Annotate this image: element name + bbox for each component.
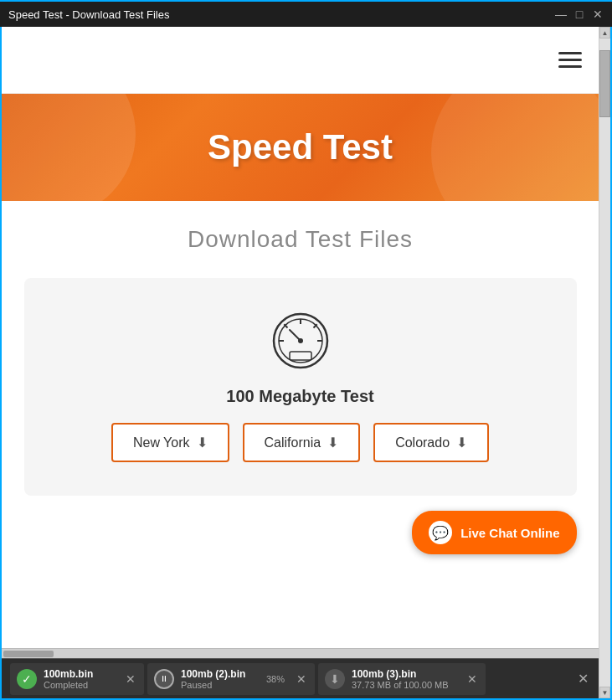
colorado-download-icon: ⬇ [456,435,467,450]
download-status-3: 37.73 MB of 100.00 MB [352,680,459,690]
download-buttons: New York ⬇ California ⬇ Colorado ⬇ [111,423,489,462]
page-content: Speed Test Download Test Files [2,27,599,658]
close-button[interactable]: ✕ [592,8,604,20]
hamburger-line-3 [558,65,582,68]
scrollbar-down-arrow[interactable]: ▼ [599,687,610,698]
download-close-1[interactable]: ✕ [124,671,137,687]
speedometer-icon [271,311,330,370]
download-filename-2: 100mb (2).bin [181,668,260,680]
hero-title: Speed Test [18,127,582,167]
completed-icon: ✓ [17,669,37,689]
paused-icon: ⏸ [154,669,174,689]
download-status-1: Completed [44,680,117,690]
hamburger-line-1 [558,52,582,54]
california-download-icon: ⬇ [327,435,338,450]
download-close-3[interactable]: ✕ [465,671,479,687]
section-title: Download Test Files [188,226,413,253]
downloading-icon: ⬇ [325,669,345,689]
page-wrapper: Speed Test Download Test Files [2,27,599,698]
window-controls: — □ ✕ [555,8,604,20]
hamburger-line-2 [558,59,582,61]
download-item-1-info: 100mb.bin Completed [44,668,117,690]
scrollbar-track[interactable]: ▲ ▼ [599,27,610,698]
horizontal-scrollbar[interactable] [2,648,599,658]
hero-section: Speed Test [2,94,599,201]
california-label: California [265,435,321,450]
download-bar: ✓ 100mb.bin Completed ✕ ⏸ 100mb (2).bin … [2,658,599,698]
new-york-download-icon: ⬇ [197,435,208,450]
download-item-2-info: 100mb (2).bin Paused [181,668,260,690]
download-item-3: ⬇ 100mb (3).bin 37.73 MB of 100.00 MB ✕ [318,663,486,695]
hamburger-menu-button[interactable] [558,52,582,68]
horizontal-scrollbar-thumb[interactable] [3,651,54,657]
download-item-1: ✓ 100mb.bin Completed ✕ [10,663,144,695]
download-bar-close[interactable]: ✕ [576,669,590,688]
download-filename-3: 100mb (3).bin [352,668,459,680]
download-status-2: Paused [181,680,260,690]
svg-rect-9 [290,352,311,360]
main-content: Download Test Files [2,201,599,648]
browser-area: Speed Test Download Test Files [0,27,612,700]
new-york-button[interactable]: New York ⬇ [111,423,229,462]
maximize-button[interactable]: □ [573,8,585,20]
download-progress-2: 38% [266,674,285,684]
chat-icon-circle: 💬 [429,521,452,544]
window-titlebar: Speed Test - Download Test Files — □ ✕ [0,0,612,27]
new-york-label: New York [133,435,190,450]
live-chat-label: Live Chat Online [460,526,559,540]
window-title: Speed Test - Download Test Files [8,8,555,21]
live-chat-button[interactable]: 💬 Live Chat Online [412,511,576,554]
navbar [2,27,599,94]
colorado-label: Colorado [395,435,450,450]
colorado-button[interactable]: Colorado ⬇ [373,423,489,462]
live-chat-area: 💬 Live Chat Online [24,504,577,554]
test-label: 100 Megabyte Test [226,387,373,406]
scrollbar-up-arrow[interactable]: ▲ [599,27,610,39]
test-card: 100 Megabyte Test New York ⬇ California … [24,278,577,496]
minimize-button[interactable]: — [555,8,567,20]
scrollbar-thumb[interactable] [599,50,610,117]
download-filename-1: 100mb.bin [44,668,117,680]
svg-point-8 [298,338,303,343]
download-item-2: ⏸ 100mb (2).bin Paused 38% ✕ [147,663,315,695]
download-item-3-info: 100mb (3).bin 37.73 MB of 100.00 MB [352,668,459,690]
download-close-2[interactable]: ✕ [295,671,308,687]
california-button[interactable]: California ⬇ [243,423,361,462]
chat-icon: 💬 [432,525,449,541]
